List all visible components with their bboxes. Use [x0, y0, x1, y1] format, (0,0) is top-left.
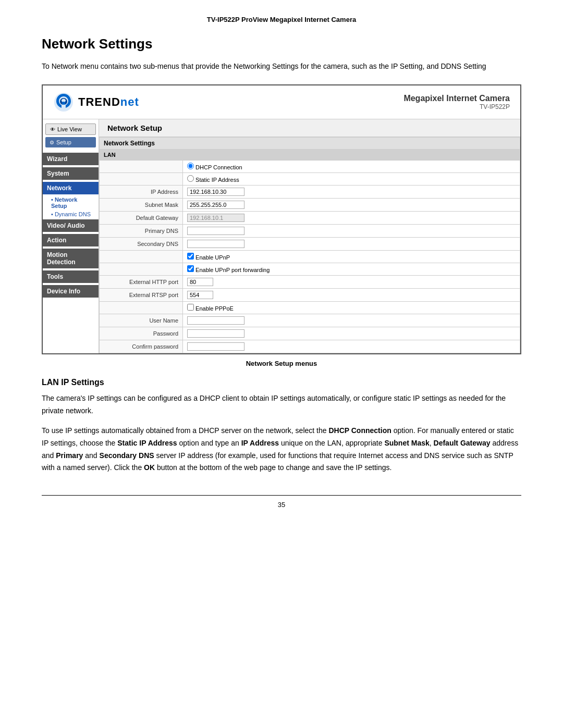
sidebar-subitem-dynamic-dns[interactable]: • Dynamic DNS: [43, 210, 99, 218]
section-header-row: Network Settings: [100, 138, 520, 150]
rtsp-port-value: [183, 289, 520, 302]
page-title: Network Settings: [42, 36, 521, 52]
confirm-password-label: Confirm password: [100, 340, 183, 353]
subnet-mask-label: Subnet Mask: [100, 199, 183, 212]
static-text: Static IP Address: [195, 177, 239, 183]
username-row: User Name: [100, 314, 520, 327]
logo: TRENDnet: [53, 92, 139, 113]
http-port-label: External HTTP port: [100, 276, 183, 289]
rtsp-port-input[interactable]: [187, 291, 213, 299]
subnet-mask-value: [183, 199, 520, 212]
ip-address-input[interactable]: [187, 188, 244, 196]
default-gateway-bold: Default Gateway: [434, 439, 491, 447]
default-gateway-value: [183, 212, 520, 225]
pppoe-value[interactable]: Enable PPPoE: [183, 302, 520, 314]
secondary-dns-value: [183, 238, 520, 251]
live-view-button[interactable]: 👁 Live View: [45, 124, 96, 135]
username-input[interactable]: [187, 316, 244, 325]
ip-address-value: [183, 186, 520, 199]
trendnet-logo-icon: [53, 92, 74, 113]
default-gateway-row: Default Gateway: [100, 212, 520, 225]
dhcp-label: [100, 161, 183, 173]
camera-model-title: Megapixel Internet Camera: [403, 94, 510, 103]
ok-bold: OK: [144, 463, 155, 472]
sidebar-item-action[interactable]: Action: [43, 234, 99, 246]
sidebar-item-network[interactable]: Network: [43, 182, 99, 194]
gear-icon: ⚙: [50, 140, 54, 145]
default-gateway-input[interactable]: [187, 214, 244, 222]
password-label: Password: [100, 327, 183, 340]
http-port-row: External HTTP port: [100, 276, 520, 289]
upnp-checkbox[interactable]: [187, 253, 194, 260]
rtsp-port-row: External RTSP port: [100, 289, 520, 302]
network-settings-table: Network Settings LAN DHCP Connection: [99, 137, 520, 353]
document-title: TV-IP522P ProView Megapixel Internet Cam…: [207, 16, 356, 23]
lan-header-row: LAN: [100, 150, 520, 161]
rtsp-port-label: External RTSP port: [100, 289, 183, 302]
sidebar-subitem-network-setup[interactable]: • Network Setup: [43, 195, 99, 210]
upnp-row: Enable UPnP: [100, 251, 520, 263]
password-row: Password: [100, 327, 520, 340]
sidebar: 👁 Live View ⚙ Setup Wizard System Networ…: [43, 119, 99, 353]
static-ip-row: Static IP Address: [100, 173, 520, 186]
sidebar-item-tools[interactable]: Tools: [43, 270, 99, 283]
default-gateway-label: Default Gateway: [100, 212, 183, 225]
camera-body: 👁 Live View ⚙ Setup Wizard System Networ…: [43, 119, 520, 353]
primary-dns-input[interactable]: [187, 227, 244, 235]
upnp-port-fwd-row: Enable UPnP port forwarding: [100, 263, 520, 276]
page-footer: 35: [42, 495, 521, 509]
sidebar-item-system[interactable]: System: [43, 167, 99, 180]
confirm-password-input[interactable]: [187, 342, 244, 351]
lan-header-cell: LAN: [100, 150, 520, 161]
main-content: Network Setup Network Settings LAN: [99, 119, 520, 353]
password-input[interactable]: [187, 329, 244, 338]
dhcp-row: DHCP Connection: [100, 161, 520, 173]
secondary-dns-input[interactable]: [187, 240, 244, 248]
camera-ui-screenshot: TRENDnet Megapixel Internet Camera TV-IP…: [42, 84, 521, 354]
ip-address-row: IP Address: [100, 186, 520, 199]
upnp-port-fwd-value[interactable]: Enable UPnP port forwarding: [183, 263, 520, 276]
upnp-port-fwd-label: [100, 263, 183, 276]
static-radio[interactable]: [187, 175, 194, 182]
page-number: 35: [278, 501, 285, 509]
sidebar-item-device-info[interactable]: Device Info: [43, 285, 99, 298]
camera-model-number: TV-IP522P: [403, 103, 510, 110]
static-label: [100, 173, 183, 186]
sidebar-item-motion-detection[interactable]: Motion Detection: [43, 249, 99, 268]
sidebar-item-wizard[interactable]: Wizard: [43, 153, 99, 165]
live-view-label: Live View: [57, 126, 82, 132]
primary-dns-label: Primary DNS: [100, 225, 183, 238]
upnp-value[interactable]: Enable UPnP: [183, 251, 520, 263]
secondary-dns-bold: Secondary DNS: [100, 451, 154, 460]
content-title: Network Setup: [99, 119, 520, 137]
lan-para1: The camera's IP settings can be configur…: [42, 392, 521, 417]
pppoe-label: [100, 302, 183, 314]
upnp-text: Enable UPnP: [195, 254, 230, 261]
screenshot-caption: Network Setup menus: [42, 360, 521, 367]
pppoe-text: Enable PPPoE: [195, 305, 234, 312]
eye-icon: 👁: [50, 127, 55, 132]
secondary-dns-label: Secondary DNS: [100, 238, 183, 251]
confirm-password-row: Confirm password: [100, 340, 520, 353]
setup-button[interactable]: ⚙ Setup: [45, 137, 96, 147]
upnp-port-fwd-checkbox[interactable]: [187, 265, 194, 272]
subnet-mask-input[interactable]: [187, 201, 244, 209]
svg-point-1: [62, 102, 65, 105]
http-port-input[interactable]: [187, 278, 213, 286]
username-label: User Name: [100, 314, 183, 327]
pppoe-checkbox[interactable]: [187, 304, 194, 311]
logo-text: TRENDnet: [78, 95, 139, 109]
subnet-mask-bold: Subnet Mask: [384, 439, 429, 447]
static-bold: Static IP Address: [117, 439, 177, 447]
sidebar-item-video-audio[interactable]: Video/ Audio: [43, 219, 99, 232]
dhcp-text: DHCP Connection: [195, 164, 242, 170]
ip-address-bold: IP Address: [241, 439, 279, 447]
dhcp-value[interactable]: DHCP Connection: [183, 161, 520, 173]
username-value: [183, 314, 520, 327]
page-header: TV-IP522P ProView Megapixel Internet Cam…: [42, 16, 521, 23]
dhcp-radio[interactable]: [187, 163, 194, 169]
primary-dns-value: [183, 225, 520, 238]
primary-dns-row: Primary DNS: [100, 225, 520, 238]
upnp-port-fwd-text: Enable UPnP port forwarding: [195, 267, 270, 273]
static-value[interactable]: Static IP Address: [183, 173, 520, 186]
